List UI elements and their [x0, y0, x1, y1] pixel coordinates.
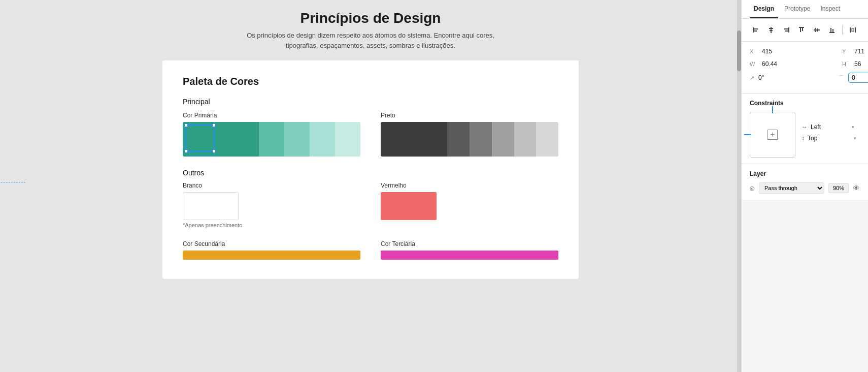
color-group-white: Branco *Apenas preenchimento	[183, 182, 360, 228]
svg-rect-8	[785, 30, 788, 32]
svg-rect-2	[754, 30, 757, 32]
swatch-secondary[interactable]	[183, 251, 360, 260]
swatches-primary[interactable]: 60.44 × 56	[183, 122, 360, 157]
selection-overlay: 60.44 × 56	[185, 125, 215, 152]
svg-rect-12	[814, 29, 820, 30]
constraint-top-line	[772, 106, 773, 113]
tab-inspect[interactable]: Inspect	[816, 0, 844, 18]
svg-rect-0	[753, 27, 754, 33]
swatch-primary-5[interactable]	[335, 122, 360, 157]
wh-row: W H ⊙	[750, 59, 860, 69]
color-group-tertiary: Cor Terciária	[381, 240, 558, 260]
canvas-content: Princípios de Design Os princípios de de…	[142, 0, 599, 279]
corner-input[interactable]	[848, 73, 868, 83]
w-cell: W	[750, 59, 838, 69]
layer-heading: Layer	[750, 170, 860, 177]
layer-mode-select[interactable]: Pass through Normal Multiply Screen Over…	[759, 182, 824, 194]
svg-rect-9	[799, 27, 804, 28]
svg-rect-4	[769, 28, 773, 29]
angle-cell: ↗	[750, 73, 834, 83]
label-cor-primaria: Cor Primária	[183, 112, 360, 119]
x-label: X	[750, 48, 760, 54]
corner-cell: ⌒ ⊡	[839, 73, 868, 83]
scrollbar[interactable]	[737, 0, 741, 372]
layer-opacity-icon: ◎	[750, 185, 755, 192]
y-label: Y	[842, 48, 852, 54]
handle-tl	[184, 123, 188, 127]
size-tooltip: 60.44 × 56	[185, 156, 219, 157]
angle-input[interactable]	[758, 74, 834, 81]
align-right-button[interactable]	[780, 24, 792, 36]
color-group-red: Vermelho	[381, 182, 558, 228]
y-input[interactable]	[854, 48, 868, 55]
constraints-section: Constraints + ↔ Left Right Left and Righ…	[742, 94, 868, 164]
label-cor-secundaria: Cor Secundária	[183, 240, 360, 247]
swatch-tertiary[interactable]	[381, 251, 558, 260]
constraints-visual: + ↔ Left Right Left and Right Center Sca…	[750, 112, 860, 158]
distribute-button[interactable]	[847, 24, 859, 36]
swatch-primary-3[interactable]	[284, 122, 310, 157]
constraint-v-chevron: ▾	[854, 136, 856, 141]
swatch-black-4[interactable]	[492, 122, 514, 157]
corner-icon: ⌒	[839, 74, 844, 82]
w-input[interactable]	[762, 60, 838, 68]
svg-rect-17	[832, 29, 833, 32]
label-preto: Preto	[381, 112, 558, 119]
swatch-black-6[interactable]	[536, 122, 558, 157]
svg-rect-7	[784, 28, 788, 29]
only-fill-note: *Apenas preenchimento	[183, 222, 360, 228]
align-section	[742, 19, 868, 42]
swatch-primary-2[interactable]	[259, 122, 284, 157]
h-cell: H ⊙	[842, 59, 868, 69]
angle-corner-row: ↗ ⌒ ⊡	[750, 73, 860, 83]
tab-prototype[interactable]: Prototype	[780, 0, 814, 18]
svg-rect-5	[770, 30, 773, 31]
swatch-black-2[interactable]	[447, 122, 470, 157]
swatch-red[interactable]	[381, 192, 437, 220]
svg-rect-6	[788, 27, 789, 33]
label-cor-terciaria: Cor Terciária	[381, 240, 558, 247]
x-input[interactable]	[762, 48, 838, 55]
layer-opacity-input[interactable]	[828, 183, 849, 193]
handle-br	[212, 149, 216, 153]
constraint-h-select[interactable]: Left Right Left and Right Center Scale	[811, 123, 849, 131]
layer-section: Layer ◎ Pass through Normal Multiply Scr…	[742, 164, 868, 200]
constraint-left-line	[744, 134, 751, 135]
svg-rect-11	[802, 28, 803, 31]
xy-row: X Y	[750, 48, 860, 55]
align-left-button[interactable]	[750, 24, 762, 36]
swatch-white[interactable]	[183, 192, 239, 220]
swatch-primary-4[interactable]	[310, 122, 335, 157]
swatch-primary-dark[interactable]: 60.44 × 56	[183, 122, 259, 157]
panel-tabs: Design Prototype Inspect	[742, 0, 868, 19]
align-center-h-button[interactable]	[811, 24, 823, 36]
right-panel: Design Prototype Inspect X	[741, 0, 868, 372]
swatch-black-5[interactable]	[514, 122, 537, 157]
w-label: W	[750, 61, 760, 67]
h-label: H	[842, 61, 852, 67]
tab-design[interactable]: Design	[750, 0, 778, 18]
color-row-sec-ter: Cor Secundária Cor Terciária	[183, 240, 558, 260]
constraint-h-chevron: ▾	[852, 125, 854, 130]
visibility-icon[interactable]: 👁	[853, 184, 860, 192]
constraint-v-select[interactable]: Top Bottom Top and Bottom Center Scale	[808, 135, 851, 142]
page-subtitle: Os princípios de design dizem respeito a…	[231, 30, 510, 50]
page-title: Princípios de Design	[142, 10, 599, 26]
swatch-black-1[interactable]	[381, 122, 447, 157]
svg-rect-19	[855, 27, 856, 33]
constraint-horizontal: ↔ Left Right Left and Right Center Scale…	[802, 123, 860, 131]
color-row-primary: Cor Primária 60.44 × 56	[183, 112, 558, 157]
align-bottom-button[interactable]	[826, 24, 838, 36]
swatches-black[interactable]	[381, 122, 558, 157]
align-center-v-button[interactable]	[765, 24, 777, 36]
svg-rect-20	[852, 28, 854, 32]
scrollbar-thumb[interactable]	[737, 30, 741, 71]
h-input[interactable]	[854, 60, 868, 68]
align-top-button[interactable]	[795, 24, 808, 36]
swatch-black-3[interactable]	[470, 122, 492, 157]
svg-rect-15	[829, 32, 834, 33]
handle-tr	[212, 123, 216, 127]
handle-bl	[184, 149, 188, 153]
page-header: Princípios de Design Os princípios de de…	[142, 0, 599, 55]
constraint-center-icon: +	[767, 130, 778, 140]
